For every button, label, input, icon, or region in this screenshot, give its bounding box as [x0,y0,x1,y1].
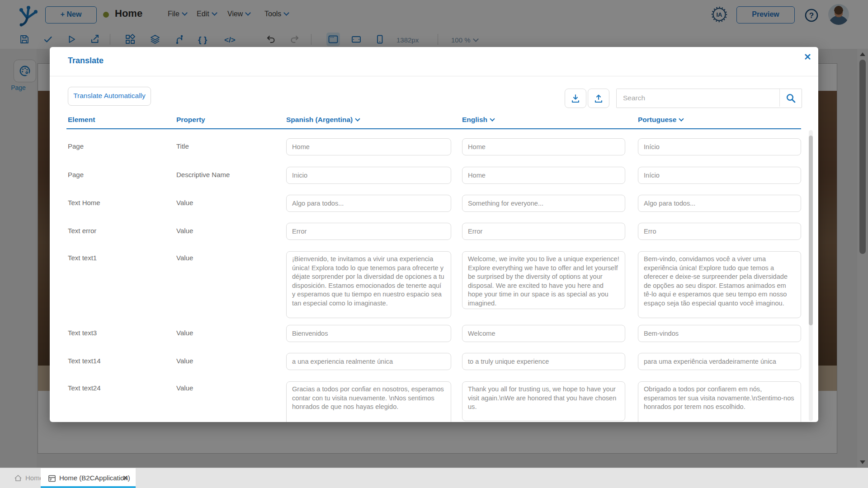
translation-input[interactable] [286,353,451,370]
translation-input[interactable] [638,195,801,212]
search-input[interactable] [617,89,788,107]
search-icon [785,93,796,103]
property-cell: Value [176,227,193,235]
element-cell: Text text14 [68,357,101,365]
translation-input[interactable] [286,223,451,240]
translation-input[interactable] [286,381,451,422]
column-header-element: Element [68,116,95,124]
property-cell: Value [176,357,193,365]
tab-home[interactable]: Home [5,468,41,488]
column-header-property: Property [176,116,205,124]
translation-input[interactable] [638,167,801,184]
translation-input[interactable] [638,138,801,155]
upload-icon [593,93,604,104]
translate-dialog: Translate ✕ Translate Automatically [50,47,818,422]
element-cell: Page [68,142,84,150]
dialog-scrollbar-thumb[interactable] [809,136,813,325]
translation-input[interactable] [638,251,801,318]
element-cell: Text Home [68,199,100,206]
download-button[interactable] [565,89,586,108]
translation-input[interactable] [286,138,451,155]
bottom-tab-bar: Home Home (B2CApplication) ✕ [0,468,868,488]
translation-input[interactable] [638,325,801,342]
translation-input[interactable] [462,195,625,212]
translation-input[interactable] [462,167,625,184]
element-cell: Text text24 [68,384,101,392]
property-cell: Value [176,384,193,392]
translation-input[interactable] [286,167,451,184]
property-cell: Title [176,142,189,150]
property-cell: Value [176,329,193,337]
element-cell: Text error [68,227,96,235]
translation-input[interactable] [286,325,451,342]
translate-automatically-button[interactable]: Translate Automatically [68,87,151,106]
element-cell: Text text3 [68,329,97,337]
column-header-language-3[interactable]: Portuguese [638,116,683,124]
translation-input[interactable] [462,251,625,309]
search-box [616,89,802,108]
translation-input[interactable] [462,381,625,421]
translation-input[interactable] [462,138,625,155]
chevron-down-icon [490,116,495,121]
column-header-language-2[interactable]: English [462,116,494,124]
translation-input[interactable] [462,353,625,370]
dialog-title: Translate [68,56,104,66]
element-cell: Page [68,171,84,178]
translation-input[interactable] [286,251,451,318]
search-button[interactable] [779,89,802,107]
close-icon[interactable]: ✕ [804,52,811,62]
column-header-language-1[interactable]: Spanish (Argentina) [286,116,359,124]
translation-input[interactable] [286,195,451,212]
home-icon [14,474,23,483]
translation-input[interactable] [638,381,801,422]
translation-input[interactable] [638,223,801,240]
app-screen: + New Home File Edit View Tools IA Previ… [0,0,868,488]
header-underline [66,128,801,129]
translation-input[interactable] [462,325,625,342]
element-cell: Text text1 [68,254,97,262]
property-cell: Value [176,254,193,262]
property-cell: Descriptive Name [176,171,230,178]
download-icon [570,93,581,104]
active-tab-underline [41,486,136,488]
translation-input[interactable] [462,223,625,240]
property-cell: Value [176,199,193,206]
tab-home-b2capplication[interactable]: Home (B2CApplication) ✕ [41,468,136,488]
tab-close-icon[interactable]: ✕ [123,474,128,482]
tab-label: Home (B2CApplication) [59,474,130,482]
chevron-down-icon [355,116,360,121]
divider [50,76,818,76]
form-icon [47,474,57,483]
chevron-down-icon [679,116,684,121]
upload-button[interactable] [588,89,609,108]
translation-input[interactable] [638,353,801,370]
